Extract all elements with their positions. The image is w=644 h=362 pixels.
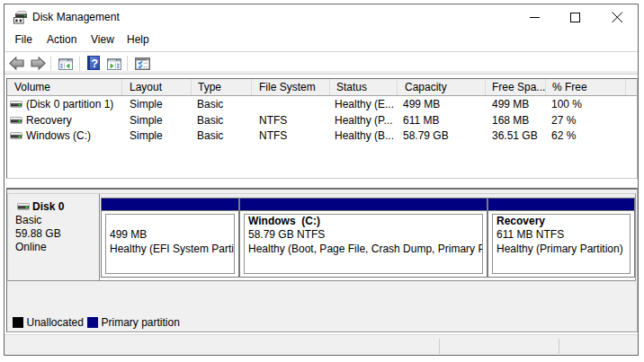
- svg-text:?: ?: [91, 57, 98, 70]
